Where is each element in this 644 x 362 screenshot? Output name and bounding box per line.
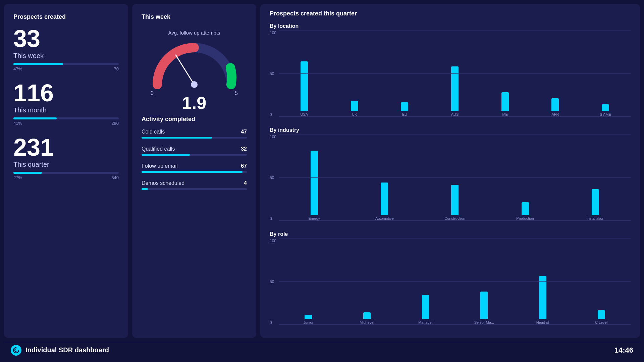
charts-card: Prospects created this quarter By locati…: [260, 4, 640, 338]
footer: Individual SDR dashboard 14:46: [4, 342, 640, 358]
quarter-progress-bar: [13, 172, 119, 174]
role-y-mid: 50: [270, 279, 276, 284]
activity-title: Activity completed: [142, 116, 247, 123]
prospects-card-title: Prospects created: [13, 13, 119, 20]
demos-fill: [142, 188, 148, 190]
gauge-svg: [147, 38, 241, 90]
qualified-calls-fill: [142, 154, 190, 156]
month-max: 280: [111, 121, 119, 126]
qualified-calls-label: Qualified calls: [142, 146, 175, 152]
cold-calls-bar: [142, 137, 247, 139]
gauge-max: 5: [235, 90, 238, 96]
month-progress-fill: [13, 117, 57, 119]
ind-y-min: 0: [270, 216, 276, 221]
svg-line-0: [176, 55, 194, 85]
month-progress-bar: [13, 117, 119, 119]
week-progress-fill: [13, 63, 63, 65]
followup-email-fill: [142, 171, 243, 173]
loc-y-max: 100: [270, 31, 276, 35]
quarter-max: 840: [111, 175, 119, 180]
charts-card-title: Prospects created this quarter: [270, 10, 631, 17]
by-industry-section: By industry 100 50 0 EnergyAutomotiveCon…: [270, 127, 631, 228]
app-name: Individual SDR dashboard: [25, 346, 109, 354]
ind-y-max: 100: [270, 135, 276, 139]
month-percent: 41%: [13, 121, 22, 126]
by-role-section: By role 100 50 0 JuniorMid levelManagerS…: [270, 231, 631, 332]
footer-time: 14:46: [614, 346, 633, 355]
by-location-section: By location 100 50 0 USAUKEUAUSMEAFRS AM…: [270, 23, 631, 124]
week-section: 33 This week 47% 70: [13, 27, 119, 71]
prospects-created-card: Prospects created 33 This week 47% 70 11…: [4, 4, 128, 338]
dashboard: Prospects created 33 This week 47% 70 11…: [0, 0, 644, 362]
activity-qualified-calls: Qualified calls 32: [142, 146, 247, 156]
quarter-section: 231 This quarter 27% 840: [13, 135, 119, 180]
demos-count: 4: [244, 180, 247, 186]
cold-calls-count: 47: [241, 129, 247, 135]
by-role-title: By role: [270, 231, 631, 237]
by-location-chart: 100 50 0 USAUKEUAUSMEAFRS AME: [270, 31, 631, 124]
week-progress-bar: [13, 63, 119, 65]
activity-demos-scheduled: Demos scheduled 4: [142, 180, 247, 190]
demos-label: Demos scheduled: [142, 180, 184, 186]
footer-logo: Individual SDR dashboard: [11, 345, 109, 356]
week-percent: 47%: [13, 66, 22, 71]
quarter-number: 231: [13, 135, 119, 159]
role-y-max: 100: [270, 239, 276, 243]
by-location-title: By location: [270, 23, 631, 29]
by-industry-title: By industry: [270, 127, 631, 133]
cold-calls-label: Cold calls: [142, 129, 165, 135]
this-week-title: This week: [142, 13, 247, 20]
by-industry-chart: 100 50 0 EnergyAutomotiveConstructionPro…: [270, 135, 631, 228]
month-label: This month: [13, 106, 119, 114]
week-number: 33: [13, 27, 119, 51]
qualified-calls-count: 32: [241, 146, 247, 152]
gauge-container: Avg. follow up attempts 0 5 1.9: [142, 30, 247, 113]
cold-calls-fill: [142, 137, 212, 139]
loc-y-min: 0: [270, 112, 276, 117]
followup-email-count: 67: [241, 163, 247, 169]
loc-y-mid: 50: [270, 71, 276, 76]
week-label: This week: [13, 52, 119, 60]
by-role-chart: 100 50 0 JuniorMid levelManagerSenior Ma…: [270, 239, 631, 332]
demos-bar: [142, 188, 247, 190]
gauge-min: 0: [151, 90, 154, 96]
logo-icon: [11, 345, 21, 356]
activity-cold-calls: Cold calls 47: [142, 129, 247, 139]
followup-email-bar: [142, 171, 247, 173]
ind-y-mid: 50: [270, 175, 276, 180]
this-week-card: This week Avg. follow up attempts 0 5 1.…: [132, 4, 256, 338]
week-max: 70: [114, 66, 119, 71]
qualified-calls-bar: [142, 154, 247, 156]
role-y-min: 0: [270, 320, 276, 325]
quarter-progress-fill: [13, 172, 42, 174]
gauge-title: Avg. follow up attempts: [168, 30, 220, 36]
activity-followup-email: Folow up email 67: [142, 163, 247, 173]
month-section: 116 This month 41% 280: [13, 81, 119, 126]
gauge-value: 1.9: [182, 93, 206, 113]
followup-email-label: Folow up email: [142, 163, 178, 169]
month-number: 116: [13, 81, 119, 105]
month-progress-labels: 41% 280: [13, 121, 119, 126]
svg-point-1: [191, 81, 198, 88]
quarter-percent: 27%: [13, 175, 22, 180]
quarter-label: This quarter: [13, 161, 119, 168]
week-progress-labels: 47% 70: [13, 66, 119, 71]
quarter-progress-labels: 27% 840: [13, 175, 119, 180]
